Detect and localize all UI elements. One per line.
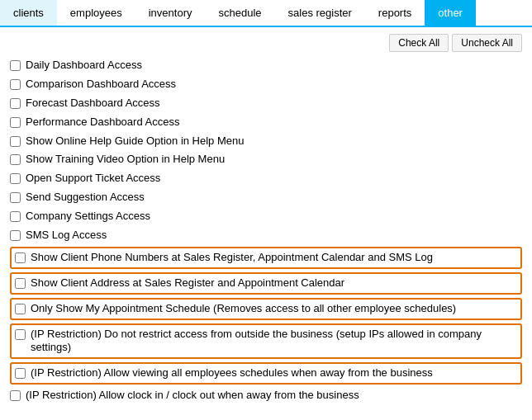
nav-item-other[interactable]: other [425, 0, 476, 26]
checkbox-label-training-video: Show Training Video Option in Help Menu [26, 153, 225, 167]
checkbox-item-support-ticket: Open Support Ticket Access [10, 170, 522, 187]
nav-item-clients[interactable]: clients [0, 0, 57, 26]
checkbox-company-settings[interactable] [10, 211, 21, 222]
checkbox-label-comparison-dashboard: Comparison Dashboard Access [26, 78, 176, 92]
checkbox-label-company-settings: Company Settings Access [26, 210, 150, 224]
checkbox-label-ip-restriction-view-all: (IP Restriction) Allow viewing all emplo… [31, 366, 433, 380]
checkbox-item-comparison-dashboard: Comparison Dashboard Access [10, 76, 522, 93]
checkbox-send-suggestion[interactable] [10, 192, 21, 203]
checkbox-only-my-schedule[interactable] [15, 304, 26, 314]
checkbox-label-sms-log: SMS Log Access [26, 229, 107, 243]
checkbox-ip-restriction-no-restrict[interactable] [15, 329, 26, 340]
outlined-item-client-phone: Show Client Phone Numbers at Sales Regis… [10, 247, 522, 269]
checkbox-ip-restriction-clock[interactable] [10, 390, 21, 401]
outlined-item-only-my-schedule: Only Show My Appointment Schedule (Remov… [10, 298, 522, 320]
nav-item-sales-register[interactable]: sales register [275, 0, 365, 26]
checkbox-label-client-address: Show Client Address at Sales Register an… [31, 276, 344, 290]
checkbox-label-forecast-dashboard: Forecast Dashboard Access [26, 97, 160, 111]
checkbox-item-client-address: Show Client Address at Sales Register an… [15, 276, 517, 290]
checkbox-item-sms-log: SMS Log Access [10, 227, 522, 244]
checkbox-item-ip-restriction-view-all: (IP Restriction) Allow viewing all emplo… [15, 366, 517, 380]
checkbox-client-address[interactable] [15, 278, 26, 289]
checkbox-item-send-suggestion: Send Suggestion Access [10, 189, 522, 206]
checkbox-item-ip-restriction-no-restrict: (IP Restriction) Do not restrict access … [15, 328, 517, 356]
nav-item-inventory[interactable]: inventory [135, 0, 206, 26]
outlined-item-client-address: Show Client Address at Sales Register an… [10, 272, 522, 295]
header-row: Check All Uncheck All [10, 34, 522, 52]
checkbox-label-ip-restriction-clock: (IP Restriction) Allow clock in / clock … [26, 389, 359, 403]
checkbox-item-daily-dashboard: Daily Dashboard Access [10, 57, 522, 74]
checkbox-item-only-my-schedule: Only Show My Appointment Schedule (Remov… [15, 302, 517, 316]
checkbox-label-support-ticket: Open Support Ticket Access [26, 172, 160, 186]
nav-item-schedule[interactable]: schedule [205, 0, 274, 26]
checkbox-label-daily-dashboard: Daily Dashboard Access [26, 59, 142, 73]
uncheck-all-button[interactable]: Uncheck All [452, 34, 522, 52]
checkbox-label-send-suggestion: Send Suggestion Access [26, 191, 145, 205]
checkbox-item-performance-dashboard: Performance Dashboard Access [10, 114, 522, 131]
checkbox-support-ticket[interactable] [10, 173, 21, 184]
check-all-button[interactable]: Check All [389, 34, 449, 52]
checkbox-item-online-help-guide: Show Online Help Guide Option in Help Me… [10, 133, 522, 150]
checkbox-item-company-settings: Company Settings Access [10, 208, 522, 225]
checkbox-item-client-phone: Show Client Phone Numbers at Sales Regis… [15, 251, 517, 265]
nav-bar: clientsemployeesinventoryschedulesales r… [0, 0, 532, 27]
checkbox-label-online-help-guide: Show Online Help Guide Option in Help Me… [26, 134, 244, 149]
checkbox-label-performance-dashboard: Performance Dashboard Access [26, 116, 179, 130]
outlined-item-ip-restriction-no-restrict: (IP Restriction) Do not restrict access … [10, 323, 522, 360]
nav-item-reports[interactable]: reports [365, 0, 425, 26]
content-area: Check All Uncheck All Daily Dashboard Ac… [0, 27, 532, 411]
checkbox-daily-dashboard[interactable] [10, 60, 21, 71]
checkbox-client-phone[interactable] [15, 252, 26, 263]
header-buttons: Check All Uncheck All [389, 34, 522, 52]
checkbox-item-forecast-dashboard: Forecast Dashboard Access [10, 95, 522, 112]
outlined-item-ip-restriction-view-all: (IP Restriction) Allow viewing all emplo… [10, 362, 522, 385]
checkbox-sms-log[interactable] [10, 230, 21, 241]
checkbox-label-ip-restriction-no-restrict: (IP Restriction) Do not restrict access … [31, 328, 517, 356]
checkbox-item-training-video: Show Training Video Option in Help Menu [10, 151, 522, 168]
checkbox-label-only-my-schedule: Only Show My Appointment Schedule (Remov… [31, 302, 456, 316]
checkbox-ip-restriction-view-all[interactable] [15, 368, 26, 379]
checkbox-training-video[interactable] [10, 154, 21, 165]
nav-item-employees[interactable]: employees [57, 0, 135, 26]
checkbox-online-help-guide[interactable] [10, 136, 21, 147]
checkbox-label-client-phone: Show Client Phone Numbers at Sales Regis… [31, 251, 433, 265]
checkbox-performance-dashboard[interactable] [10, 117, 21, 128]
checkbox-forecast-dashboard[interactable] [10, 98, 21, 109]
checkbox-list: Daily Dashboard AccessComparison Dashboa… [10, 57, 522, 404]
checkbox-comparison-dashboard[interactable] [10, 79, 21, 90]
checkbox-item-ip-restriction-clock: (IP Restriction) Allow clock in / clock … [10, 387, 522, 404]
